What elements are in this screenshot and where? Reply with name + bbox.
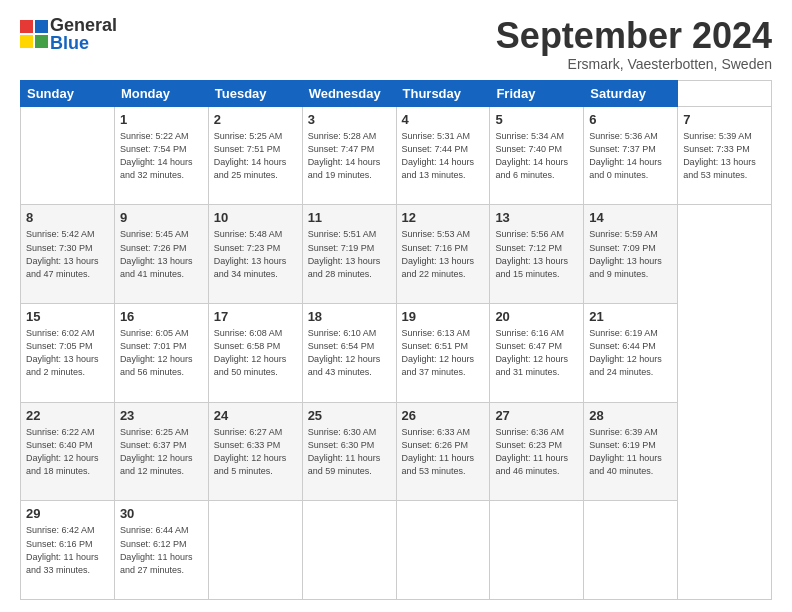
- day-info: Sunrise: 6:44 AM Sunset: 6:12 PM Dayligh…: [120, 524, 203, 576]
- col-header-wednesday: Wednesday: [302, 80, 396, 106]
- calendar-cell: 29Sunrise: 6:42 AM Sunset: 6:16 PM Dayli…: [21, 501, 115, 600]
- day-info: Sunrise: 5:51 AM Sunset: 7:19 PM Dayligh…: [308, 228, 391, 280]
- month-title: September 2024: [496, 16, 772, 56]
- col-header-tuesday: Tuesday: [208, 80, 302, 106]
- calendar-table: SundayMondayTuesdayWednesdayThursdayFrid…: [20, 80, 772, 600]
- calendar-week-row: 15Sunrise: 6:02 AM Sunset: 7:05 PM Dayli…: [21, 303, 772, 402]
- day-number: 23: [120, 407, 203, 425]
- day-number: 24: [214, 407, 297, 425]
- calendar-cell: [490, 501, 584, 600]
- calendar-cell: 2Sunrise: 5:25 AM Sunset: 7:51 PM Daylig…: [208, 106, 302, 205]
- col-header-monday: Monday: [114, 80, 208, 106]
- calendar-cell: 28Sunrise: 6:39 AM Sunset: 6:19 PM Dayli…: [584, 402, 678, 501]
- day-number: 12: [402, 209, 485, 227]
- calendar-cell: 7Sunrise: 5:39 AM Sunset: 7:33 PM Daylig…: [678, 106, 772, 205]
- calendar-cell: 20Sunrise: 6:16 AM Sunset: 6:47 PM Dayli…: [490, 303, 584, 402]
- calendar-cell: 12Sunrise: 5:53 AM Sunset: 7:16 PM Dayli…: [396, 205, 490, 304]
- calendar-cell: 17Sunrise: 6:08 AM Sunset: 6:58 PM Dayli…: [208, 303, 302, 402]
- col-header-friday: Friday: [490, 80, 584, 106]
- day-info: Sunrise: 6:25 AM Sunset: 6:37 PM Dayligh…: [120, 426, 203, 478]
- calendar-cell: 19Sunrise: 6:13 AM Sunset: 6:51 PM Dayli…: [396, 303, 490, 402]
- calendar-week-row: 22Sunrise: 6:22 AM Sunset: 6:40 PM Dayli…: [21, 402, 772, 501]
- day-info: Sunrise: 6:10 AM Sunset: 6:54 PM Dayligh…: [308, 327, 391, 379]
- calendar-cell: 24Sunrise: 6:27 AM Sunset: 6:33 PM Dayli…: [208, 402, 302, 501]
- day-info: Sunrise: 5:48 AM Sunset: 7:23 PM Dayligh…: [214, 228, 297, 280]
- day-number: 7: [683, 111, 766, 129]
- calendar-cell: 3Sunrise: 5:28 AM Sunset: 7:47 PM Daylig…: [302, 106, 396, 205]
- col-header-sunday: Sunday: [21, 80, 115, 106]
- calendar-cell: 1Sunrise: 5:22 AM Sunset: 7:54 PM Daylig…: [114, 106, 208, 205]
- day-number: 9: [120, 209, 203, 227]
- day-info: Sunrise: 6:22 AM Sunset: 6:40 PM Dayligh…: [26, 426, 109, 478]
- day-info: Sunrise: 6:16 AM Sunset: 6:47 PM Dayligh…: [495, 327, 578, 379]
- calendar-cell: 4Sunrise: 5:31 AM Sunset: 7:44 PM Daylig…: [396, 106, 490, 205]
- day-number: 14: [589, 209, 672, 227]
- calendar-cell: 6Sunrise: 5:36 AM Sunset: 7:37 PM Daylig…: [584, 106, 678, 205]
- day-number: 27: [495, 407, 578, 425]
- day-number: 11: [308, 209, 391, 227]
- day-info: Sunrise: 5:53 AM Sunset: 7:16 PM Dayligh…: [402, 228, 485, 280]
- day-number: 4: [402, 111, 485, 129]
- calendar-cell: 15Sunrise: 6:02 AM Sunset: 7:05 PM Dayli…: [21, 303, 115, 402]
- svg-rect-2: [20, 35, 33, 48]
- calendar-cell: 21Sunrise: 6:19 AM Sunset: 6:44 PM Dayli…: [584, 303, 678, 402]
- calendar-cell: 22Sunrise: 6:22 AM Sunset: 6:40 PM Dayli…: [21, 402, 115, 501]
- day-number: 30: [120, 505, 203, 523]
- calendar-cell: 11Sunrise: 5:51 AM Sunset: 7:19 PM Dayli…: [302, 205, 396, 304]
- calendar-cell: [208, 501, 302, 600]
- day-info: Sunrise: 5:45 AM Sunset: 7:26 PM Dayligh…: [120, 228, 203, 280]
- calendar-cell: 5Sunrise: 5:34 AM Sunset: 7:40 PM Daylig…: [490, 106, 584, 205]
- calendar-week-row: 1Sunrise: 5:22 AM Sunset: 7:54 PM Daylig…: [21, 106, 772, 205]
- day-number: 5: [495, 111, 578, 129]
- day-info: Sunrise: 6:05 AM Sunset: 7:01 PM Dayligh…: [120, 327, 203, 379]
- title-section: September 2024 Ersmark, Vaesterbotten, S…: [496, 16, 772, 72]
- page: General Blue September 2024 Ersmark, Vae…: [0, 0, 792, 612]
- day-info: Sunrise: 5:42 AM Sunset: 7:30 PM Dayligh…: [26, 228, 109, 280]
- day-number: 18: [308, 308, 391, 326]
- day-info: Sunrise: 5:31 AM Sunset: 7:44 PM Dayligh…: [402, 130, 485, 182]
- day-number: 26: [402, 407, 485, 425]
- logo-general: General: [50, 16, 117, 34]
- day-info: Sunrise: 6:42 AM Sunset: 6:16 PM Dayligh…: [26, 524, 109, 576]
- svg-rect-3: [35, 35, 48, 48]
- col-header-saturday: Saturday: [584, 80, 678, 106]
- logo-blue: Blue: [50, 34, 117, 52]
- day-number: 29: [26, 505, 109, 523]
- day-number: 25: [308, 407, 391, 425]
- day-info: Sunrise: 5:28 AM Sunset: 7:47 PM Dayligh…: [308, 130, 391, 182]
- day-info: Sunrise: 5:39 AM Sunset: 7:33 PM Dayligh…: [683, 130, 766, 182]
- day-number: 3: [308, 111, 391, 129]
- calendar-cell: 13Sunrise: 5:56 AM Sunset: 7:12 PM Dayli…: [490, 205, 584, 304]
- calendar-cell: [21, 106, 115, 205]
- svg-rect-0: [20, 20, 33, 33]
- calendar-cell: [396, 501, 490, 600]
- day-number: 2: [214, 111, 297, 129]
- day-info: Sunrise: 5:22 AM Sunset: 7:54 PM Dayligh…: [120, 130, 203, 182]
- calendar-cell: 23Sunrise: 6:25 AM Sunset: 6:37 PM Dayli…: [114, 402, 208, 501]
- day-info: Sunrise: 6:33 AM Sunset: 6:26 PM Dayligh…: [402, 426, 485, 478]
- day-number: 15: [26, 308, 109, 326]
- calendar-cell: 26Sunrise: 6:33 AM Sunset: 6:26 PM Dayli…: [396, 402, 490, 501]
- col-header-thursday: Thursday: [396, 80, 490, 106]
- day-info: Sunrise: 6:27 AM Sunset: 6:33 PM Dayligh…: [214, 426, 297, 478]
- day-info: Sunrise: 6:02 AM Sunset: 7:05 PM Dayligh…: [26, 327, 109, 379]
- logo-icon: [20, 20, 48, 48]
- calendar-cell: 9Sunrise: 5:45 AM Sunset: 7:26 PM Daylig…: [114, 205, 208, 304]
- day-number: 10: [214, 209, 297, 227]
- calendar-cell: [302, 501, 396, 600]
- calendar-cell: 16Sunrise: 6:05 AM Sunset: 7:01 PM Dayli…: [114, 303, 208, 402]
- calendar-cell: 27Sunrise: 6:36 AM Sunset: 6:23 PM Dayli…: [490, 402, 584, 501]
- day-info: Sunrise: 6:08 AM Sunset: 6:58 PM Dayligh…: [214, 327, 297, 379]
- calendar-week-row: 8Sunrise: 5:42 AM Sunset: 7:30 PM Daylig…: [21, 205, 772, 304]
- calendar-cell: 8Sunrise: 5:42 AM Sunset: 7:30 PM Daylig…: [21, 205, 115, 304]
- logo: General Blue: [20, 16, 117, 52]
- calendar-cell: 10Sunrise: 5:48 AM Sunset: 7:23 PM Dayli…: [208, 205, 302, 304]
- day-info: Sunrise: 6:39 AM Sunset: 6:19 PM Dayligh…: [589, 426, 672, 478]
- calendar-week-row: 29Sunrise: 6:42 AM Sunset: 6:16 PM Dayli…: [21, 501, 772, 600]
- day-number: 19: [402, 308, 485, 326]
- day-number: 22: [26, 407, 109, 425]
- day-info: Sunrise: 6:13 AM Sunset: 6:51 PM Dayligh…: [402, 327, 485, 379]
- subtitle: Ersmark, Vaesterbotten, Sweden: [496, 56, 772, 72]
- svg-rect-1: [35, 20, 48, 33]
- day-number: 21: [589, 308, 672, 326]
